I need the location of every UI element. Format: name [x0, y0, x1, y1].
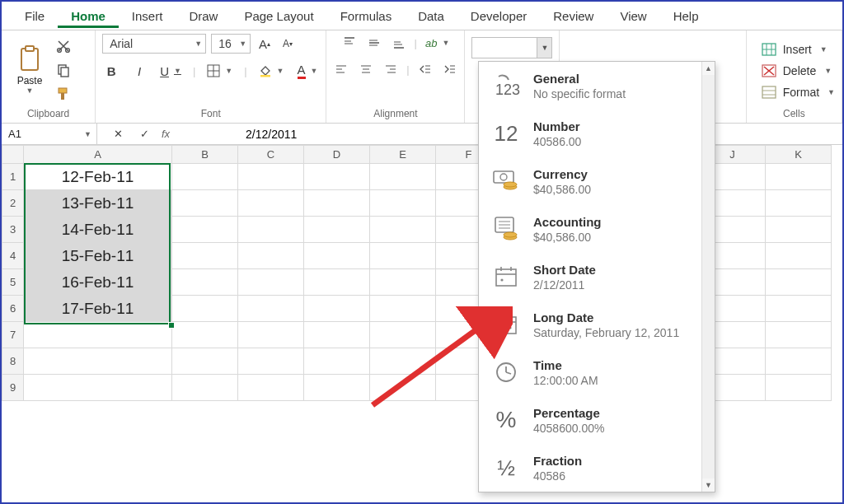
decrease-indent-button[interactable] [416, 60, 434, 78]
cut-button[interactable] [54, 38, 73, 55]
cell-A7[interactable] [24, 322, 172, 348]
cell-A8[interactable] [24, 348, 172, 375]
cell-D6[interactable] [304, 296, 370, 322]
cell-C9[interactable] [238, 375, 304, 401]
align-right-button[interactable] [382, 60, 400, 78]
tab-draw[interactable]: Draw [176, 4, 231, 28]
row-header[interactable]: 3 [2, 217, 24, 243]
select-all-corner[interactable] [2, 146, 24, 164]
align-center-button[interactable] [357, 60, 375, 78]
row-header[interactable]: 4 [2, 243, 24, 269]
col-header-A[interactable]: A [24, 146, 172, 164]
cell-C5[interactable] [238, 269, 304, 296]
cells-insert-button[interactable]: Insert ▼ [762, 43, 835, 56]
tab-file[interactable]: File [12, 4, 58, 28]
col-header-B[interactable]: B [172, 146, 238, 164]
cell-A3[interactable]: 14-Feb-11 [24, 217, 172, 243]
cell-D7[interactable] [304, 322, 370, 348]
font-name-select[interactable]: Arial ▼ [102, 34, 206, 54]
cell-K6[interactable] [766, 296, 832, 322]
cell-A2[interactable]: 13-Feb-11 [24, 190, 172, 217]
cell-A9[interactable] [24, 375, 172, 401]
decrease-font-button[interactable]: A▾ [279, 35, 297, 53]
cell-B7[interactable] [172, 322, 238, 348]
cell-E6[interactable] [370, 296, 436, 322]
tab-page-layout[interactable]: Page Layout [231, 4, 326, 28]
cell-B6[interactable] [172, 296, 238, 322]
format-option-time[interactable]: Time 12:00:00 AM [479, 348, 700, 396]
cell-B4[interactable] [172, 243, 238, 269]
cell-K2[interactable] [766, 190, 832, 217]
cell-E8[interactable] [370, 348, 436, 375]
cell-C8[interactable] [238, 348, 304, 375]
cell-K9[interactable] [766, 375, 832, 401]
cell-E4[interactable] [370, 243, 436, 269]
format-option-short-date[interactable]: Short Date 2/12/2011 [479, 253, 700, 301]
borders-button[interactable]: ▼ [205, 62, 234, 80]
align-bottom-button[interactable] [390, 34, 408, 52]
cells-format-button[interactable]: Format ▼ [762, 86, 835, 99]
cell-B3[interactable] [172, 217, 238, 243]
scroll-up-button[interactable]: ▲ [702, 62, 715, 75]
font-size-select[interactable]: 16 ▼ [211, 34, 251, 54]
cell-B1[interactable] [172, 164, 238, 190]
format-option-number[interactable]: 12 Number 40586.00 [479, 110, 700, 157]
fill-color-button[interactable]: ▼ [257, 62, 286, 80]
format-option-fraction[interactable]: ½ Fraction 40586 [479, 444, 700, 492]
cell-C4[interactable] [238, 243, 304, 269]
row-header[interactable]: 5 [2, 269, 24, 296]
number-format-dropdown-button[interactable]: ▼ [537, 38, 551, 58]
increase-font-button[interactable]: A▴ [256, 35, 274, 53]
row-header[interactable]: 2 [2, 190, 24, 217]
cell-B5[interactable] [172, 269, 238, 296]
col-header-K[interactable]: K [766, 146, 832, 164]
cells-delete-button[interactable]: Delete ▼ [762, 64, 835, 77]
cell-D8[interactable] [304, 348, 370, 375]
tab-view[interactable]: View [607, 4, 659, 28]
font-color-button[interactable]: A ▼ [296, 62, 320, 80]
cell-A4[interactable]: 15-Feb-11 [24, 243, 172, 269]
align-left-button[interactable] [332, 60, 350, 78]
dropdown-scrollbar[interactable]: ▲ ▼ [701, 62, 715, 492]
cell-A1[interactable]: 12-Feb-11 [24, 164, 172, 190]
col-header-C[interactable]: C [238, 146, 304, 164]
format-option-general[interactable]: 123 General No specific format [479, 62, 700, 110]
cell-D1[interactable] [304, 164, 370, 190]
cell-K8[interactable] [766, 348, 832, 375]
cell-E9[interactable] [370, 375, 436, 401]
cell-K3[interactable] [766, 217, 832, 243]
orientation-button[interactable]: ab▼ [424, 34, 451, 52]
cancel-formula-button[interactable]: ✕ [109, 125, 127, 143]
format-option-long-date[interactable]: Long Date Saturday, February 12, 2011 [479, 301, 700, 348]
tab-formulas[interactable]: Formulas [327, 4, 406, 28]
format-option-currency[interactable]: Currency $40,586.00 [479, 157, 700, 205]
row-header[interactable]: 1 [2, 164, 24, 190]
cell-B2[interactable] [172, 190, 238, 217]
cell-D9[interactable] [304, 375, 370, 401]
tab-developer[interactable]: Developer [457, 4, 540, 28]
cell-A6[interactable]: 17-Feb-11 [24, 296, 172, 322]
cell-B8[interactable] [172, 348, 238, 375]
cell-A5[interactable]: 16-Feb-11 [24, 269, 172, 296]
cell-D3[interactable] [304, 217, 370, 243]
cell-K7[interactable] [766, 322, 832, 348]
cell-E7[interactable] [370, 322, 436, 348]
fx-label[interactable]: fx [162, 128, 170, 140]
italic-button[interactable]: I [130, 62, 148, 80]
cell-C3[interactable] [238, 217, 304, 243]
cell-K4[interactable] [766, 243, 832, 269]
paste-button[interactable]: Paste ▼ [8, 38, 51, 102]
format-option-percentage[interactable]: % Percentage 4058600.00% [479, 396, 700, 444]
copy-button[interactable] [54, 62, 73, 79]
cell-C6[interactable] [238, 296, 304, 322]
tab-data[interactable]: Data [405, 4, 457, 28]
cell-E2[interactable] [370, 190, 436, 217]
row-header[interactable]: 7 [2, 322, 24, 348]
cell-K5[interactable] [766, 269, 832, 296]
cell-C7[interactable] [238, 322, 304, 348]
col-header-D[interactable]: D [304, 146, 370, 164]
cell-D4[interactable] [304, 243, 370, 269]
cell-D2[interactable] [304, 190, 370, 217]
col-header-E[interactable]: E [370, 146, 436, 164]
tab-help[interactable]: Help [660, 4, 712, 28]
